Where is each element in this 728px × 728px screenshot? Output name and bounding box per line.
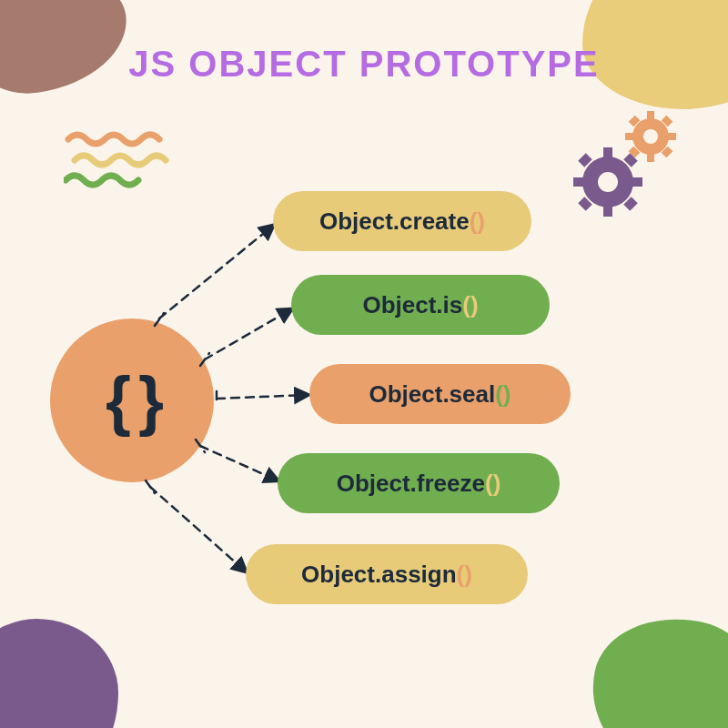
method-pill-freeze: Object.freeze() <box>278 453 560 513</box>
method-name: Object.is <box>362 291 462 319</box>
method-pill-create: Object.create() <box>273 191 531 251</box>
svg-point-19 <box>598 172 618 192</box>
svg-line-28 <box>150 487 246 571</box>
method-pill-assign: Object.assign() <box>246 544 528 604</box>
method-parens: () <box>457 561 472 589</box>
method-parens: () <box>470 207 485 236</box>
svg-rect-4 <box>667 133 676 140</box>
svg-rect-2 <box>647 153 654 162</box>
svg-line-22 <box>205 309 291 359</box>
blob-bottomleft <box>0 619 118 728</box>
method-name: Object.seal <box>369 380 495 409</box>
svg-line-20 <box>159 226 273 318</box>
svg-rect-14 <box>632 177 642 187</box>
gears-icon <box>564 109 692 228</box>
svg-rect-11 <box>603 147 612 158</box>
squiggle-icon <box>64 126 191 198</box>
method-pill-is: Object.is() <box>291 275 550 335</box>
method-name: Object.freeze <box>337 470 485 498</box>
svg-line-26 <box>200 446 278 480</box>
method-name: Object.assign <box>301 561 457 589</box>
object-circle: { } <box>50 318 214 482</box>
svg-point-9 <box>643 129 658 144</box>
method-parens: () <box>462 291 478 319</box>
svg-rect-1 <box>647 111 654 120</box>
svg-rect-12 <box>603 206 612 217</box>
method-parens: () <box>485 470 500 498</box>
page-title: JS OBJECT PROTOTYPE <box>0 44 728 85</box>
svg-line-29 <box>146 480 155 493</box>
svg-rect-13 <box>573 177 584 187</box>
braces-icon: { } <box>106 363 158 438</box>
method-pill-seal: Object.seal() <box>309 364 571 424</box>
method-parens: () <box>495 380 511 409</box>
blob-bottomright <box>577 602 728 728</box>
method-name: Object.create <box>319 207 470 236</box>
svg-line-24 <box>217 395 308 399</box>
svg-rect-3 <box>625 133 634 140</box>
